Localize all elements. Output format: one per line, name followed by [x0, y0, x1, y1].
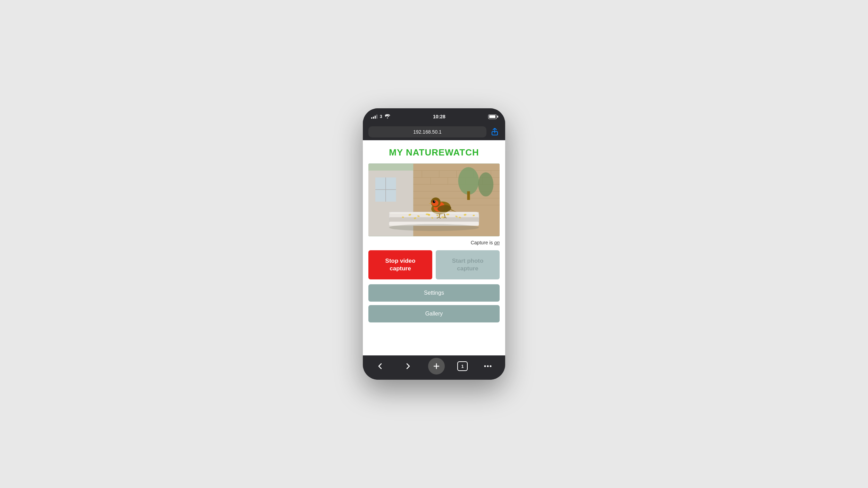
status-bar: 3 10:28 [363, 108, 505, 124]
signal-bar-4 [376, 115, 377, 119]
more-options-button[interactable] [480, 359, 495, 374]
camera-feed [368, 163, 500, 236]
url-input[interactable]: 192.168.50.1 [368, 126, 486, 137]
capture-status-prefix: Capture is [471, 240, 494, 245]
gallery-button[interactable]: Gallery [368, 305, 500, 322]
svg-point-22 [458, 167, 479, 195]
bottom-bar: 1 [363, 355, 505, 380]
svg-rect-23 [467, 191, 470, 200]
svg-point-24 [478, 172, 493, 196]
forward-button[interactable] [400, 359, 416, 374]
address-bar: 192.168.50.1 [363, 124, 505, 140]
svg-point-57 [389, 224, 479, 231]
capture-status-value: on [494, 240, 500, 245]
status-right [488, 115, 497, 119]
svg-point-62 [490, 365, 492, 367]
carrier-label: 3 [380, 114, 382, 119]
signal-bar-2 [373, 117, 374, 119]
settings-button[interactable]: Settings [368, 284, 500, 302]
status-left: 3 [371, 114, 390, 119]
signal-bars [371, 115, 377, 119]
web-content: MY NATUREWATCH [363, 140, 505, 355]
stop-video-button[interactable]: Stop videocapture [368, 250, 432, 279]
signal-bar-1 [371, 117, 372, 119]
battery-icon [488, 115, 497, 119]
svg-rect-56 [389, 212, 479, 214]
new-tab-button[interactable] [428, 358, 445, 375]
wifi-icon [385, 114, 390, 119]
back-button[interactable] [373, 359, 388, 374]
svg-point-60 [484, 365, 486, 367]
capture-status: Capture is on [368, 240, 500, 245]
share-button[interactable] [490, 127, 500, 137]
phone-frame: 3 10:28 192.168.50.1 M [363, 108, 505, 380]
svg-point-47 [434, 201, 435, 201]
signal-bar-3 [375, 116, 376, 119]
battery-fill [489, 115, 495, 118]
svg-point-61 [487, 365, 489, 367]
start-photo-button[interactable]: Start photocapture [436, 250, 500, 279]
app-title: MY NATUREWATCH [368, 147, 500, 158]
tabs-count[interactable]: 1 [457, 361, 468, 371]
status-time: 10:28 [433, 114, 445, 119]
buttons-row: Stop videocapture Start photocapture [368, 250, 500, 279]
